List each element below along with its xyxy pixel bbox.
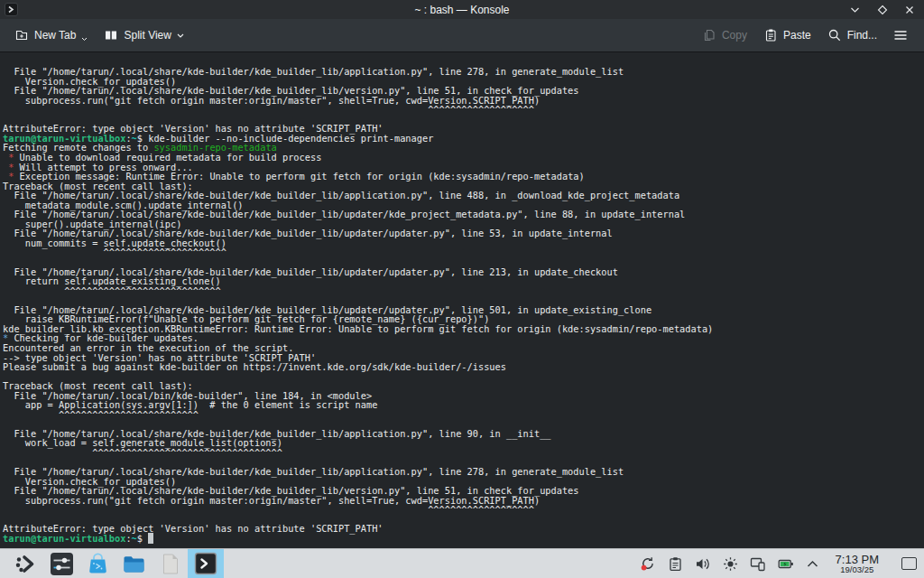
tray-volume[interactable]	[695, 556, 711, 572]
split-view-icon	[104, 28, 118, 42]
paste-button[interactable]: Paste	[758, 23, 817, 47]
taskbar: 7:13 PM 19/03/25	[0, 548, 924, 578]
taskbar-item-discover[interactable]	[79, 549, 116, 578]
find-button[interactable]: Find...	[822, 23, 882, 47]
speaker-icon	[695, 556, 711, 572]
paste-label: Paste	[783, 29, 811, 42]
device-connect-icon	[750, 556, 766, 572]
window-title: ~ : bash — Konsole	[0, 4, 924, 16]
tray-brightness[interactable]	[723, 556, 738, 572]
clock-time: 7:13 PM	[836, 554, 879, 565]
split-view-button[interactable]: Split View	[98, 23, 189, 47]
find-label: Find...	[847, 29, 877, 42]
chevron-down-icon	[850, 6, 860, 14]
system-settings-icon	[50, 552, 74, 576]
minimize-button[interactable]	[849, 4, 861, 15]
copy-label: Copy	[722, 29, 747, 42]
tray-device-connect[interactable]	[750, 556, 766, 572]
konsole-icon	[193, 551, 218, 576]
file-icon	[158, 552, 182, 576]
new-tab-label: New Tab	[34, 29, 76, 42]
tray-expand-button[interactable]	[806, 559, 819, 568]
terminal-output[interactable]: ^^^^^^^^^^^^^^^^^^^^^^^^^^^^^^^^^^ File …	[0, 52, 924, 548]
new-tab-button[interactable]: New Tab	[9, 23, 93, 47]
copy-button[interactable]: Copy	[697, 23, 753, 47]
tray-battery[interactable]	[778, 556, 794, 572]
window-titlebar: ~ : bash — Konsole	[0, 0, 924, 19]
chevron-down-icon	[177, 33, 184, 38]
battery-icon	[778, 556, 794, 572]
app-launcher-icon	[14, 552, 38, 576]
diamond-icon	[877, 5, 888, 15]
clock-date: 19/03/25	[836, 565, 879, 574]
konsole-toolbar: New Tab Split View Copy Pa	[0, 19, 924, 52]
chevron-down-icon	[81, 37, 88, 42]
tray-updates[interactable]	[640, 555, 656, 572]
taskbar-item-file-manager[interactable]	[116, 549, 152, 578]
close-button[interactable]	[903, 4, 915, 15]
search-icon	[827, 28, 842, 42]
taskbar-item-app-launcher[interactable]	[7, 549, 43, 578]
sun-icon	[723, 556, 738, 572]
desktop-screen: ~ : bash — Konsole New Tab	[0, 0, 924, 578]
discover-icon	[86, 552, 110, 576]
show-desktop-button[interactable]	[901, 557, 917, 570]
taskbar-clock[interactable]: 7:13 PM 19/03/25	[836, 554, 879, 574]
system-tray: 7:13 PM 19/03/25	[640, 554, 917, 574]
taskbar-item-konsole[interactable]	[188, 549, 224, 578]
konsole-window-icon[interactable]	[5, 3, 18, 16]
taskbar-item-document[interactable]	[152, 549, 188, 578]
tray-clipboard[interactable]	[668, 556, 683, 572]
taskbar-item-system-settings[interactable]	[43, 549, 79, 578]
paste-icon	[763, 28, 778, 42]
folder-icon	[122, 552, 146, 576]
window-controls	[849, 4, 915, 15]
maximize-button[interactable]	[876, 4, 888, 15]
terminal-text: ^^^^^^^^^^^^^^^^^^^^^^^^^^^^^^^^^^ File …	[3, 52, 924, 543]
close-icon	[905, 5, 914, 14]
new-tab-icon	[14, 28, 29, 42]
prompt-glyph-icon	[7, 5, 15, 14]
copy-icon	[702, 28, 716, 42]
hamburger-icon	[893, 29, 908, 42]
split-view-label: Split View	[124, 29, 171, 42]
updates-icon	[640, 555, 656, 572]
clipboard-icon	[668, 556, 683, 572]
menu-button[interactable]	[888, 24, 913, 46]
chevron-up-icon	[806, 559, 819, 568]
